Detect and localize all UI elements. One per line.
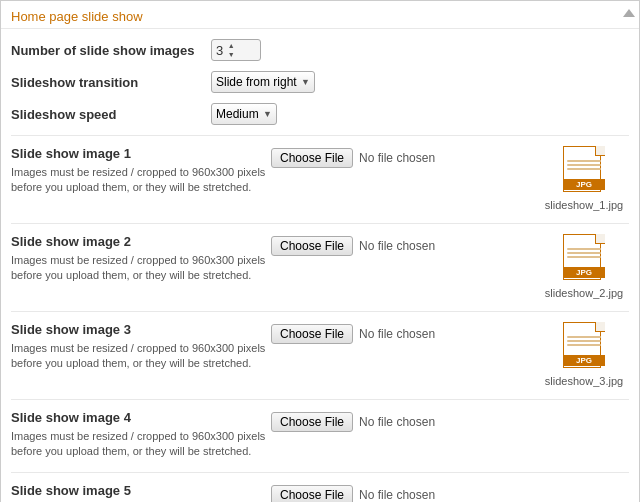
- num-images-control: 3 ▲ ▼: [211, 39, 261, 61]
- icon-line: [567, 164, 601, 166]
- no-file-text-4: No file chosen: [359, 415, 435, 429]
- no-file-text-5: No file chosen: [359, 488, 435, 502]
- num-images-label: Number of slide show images: [11, 43, 211, 58]
- slide-file-1: Choose File No file chosen: [271, 146, 539, 168]
- slide-title-2: Slide show image 2: [11, 234, 271, 249]
- page-wrapper: Home page slide show Number of slide sho…: [0, 0, 640, 502]
- icon-line: [567, 248, 601, 250]
- slide-desc-4: Images must be resized / cropped to 960x…: [11, 429, 271, 460]
- no-file-text-1: No file chosen: [359, 151, 435, 165]
- slide-info-5: Slide show image 5 Images must be resize…: [11, 483, 271, 502]
- icon-fold-inner: [595, 234, 605, 244]
- icon-line: [567, 252, 601, 254]
- choose-file-button-4[interactable]: Choose File: [271, 412, 353, 432]
- transition-label: Slideshow transition: [11, 75, 211, 90]
- icon-label: JPG: [563, 179, 605, 190]
- jpg-icon-3: JPG: [563, 322, 605, 372]
- no-file-text-2: No file chosen: [359, 239, 435, 253]
- slide-info-4: Slide show image 4 Images must be resize…: [11, 410, 271, 460]
- icon-lines: [567, 336, 601, 348]
- speed-select-wrapper[interactable]: Slow Medium Fast ▼: [211, 103, 277, 125]
- num-images-spinners[interactable]: ▲ ▼: [225, 41, 237, 59]
- section-title: Home page slide show: [1, 1, 639, 29]
- speed-row: Slideshow speed Slow Medium Fast ▼: [11, 103, 629, 125]
- speed-control: Slow Medium Fast ▼: [211, 103, 277, 125]
- thumbnail-area-2: JPG slideshow_2.jpg: [539, 234, 629, 299]
- slide-file-3: Choose File No file chosen: [271, 322, 539, 344]
- choose-file-button-5[interactable]: Choose File: [271, 485, 353, 502]
- slide-info-2: Slide show image 2 Images must be resize…: [11, 234, 271, 284]
- icon-line: [567, 336, 601, 338]
- file-name-1: slideshow_1.jpg: [545, 199, 623, 211]
- num-images-up[interactable]: ▲: [225, 41, 237, 50]
- slide-row-4: Slide show image 4 Images must be resize…: [11, 399, 629, 460]
- slide-desc-1: Images must be resized / cropped to 960x…: [11, 165, 271, 196]
- no-file-text-3: No file chosen: [359, 327, 435, 341]
- icon-label: JPG: [563, 355, 605, 366]
- slide-row-3: Slide show image 3 Images must be resize…: [11, 311, 629, 387]
- slide-title-1: Slide show image 1: [11, 146, 271, 161]
- transition-row: Slideshow transition Slide from right Fa…: [11, 71, 629, 93]
- slide-row-5: Slide show image 5 Images must be resize…: [11, 472, 629, 502]
- transition-select[interactable]: Slide from right Fade None: [216, 75, 311, 89]
- transition-control: Slide from right Fade None ▼: [211, 71, 315, 93]
- slide-desc-2: Images must be resized / cropped to 960x…: [11, 253, 271, 284]
- num-images-value: 3: [216, 43, 223, 58]
- choose-file-button-2[interactable]: Choose File: [271, 236, 353, 256]
- jpg-icon-1: JPG: [563, 146, 605, 196]
- icon-fold-inner: [595, 146, 605, 156]
- slide-title-5: Slide show image 5: [11, 483, 271, 498]
- slide-title-3: Slide show image 3: [11, 322, 271, 337]
- icon-label: JPG: [563, 267, 605, 278]
- scroll-up-indicator[interactable]: [623, 9, 635, 17]
- slide-title-4: Slide show image 4: [11, 410, 271, 425]
- icon-line: [567, 256, 601, 258]
- choose-file-button-3[interactable]: Choose File: [271, 324, 353, 344]
- thumbnail-area-3: JPG slideshow_3.jpg: [539, 322, 629, 387]
- slide-file-2: Choose File No file chosen: [271, 234, 539, 256]
- num-images-down[interactable]: ▼: [225, 50, 237, 59]
- file-name-3: slideshow_3.jpg: [545, 375, 623, 387]
- slide-info-3: Slide show image 3 Images must be resize…: [11, 322, 271, 372]
- transition-select-wrapper[interactable]: Slide from right Fade None ▼: [211, 71, 315, 93]
- icon-lines: [567, 248, 601, 260]
- icon-fold-inner: [595, 322, 605, 332]
- choose-file-button-1[interactable]: Choose File: [271, 148, 353, 168]
- slide-info-1: Slide show image 1 Images must be resize…: [11, 146, 271, 196]
- icon-line: [567, 340, 601, 342]
- slide-file-5: Choose File No file chosen: [271, 483, 539, 502]
- slide-desc-3: Images must be resized / cropped to 960x…: [11, 341, 271, 372]
- num-images-row: Number of slide show images 3 ▲ ▼: [11, 39, 629, 61]
- num-images-input-wrapper[interactable]: 3 ▲ ▼: [211, 39, 261, 61]
- icon-lines: [567, 160, 601, 172]
- slides-container: Slide show image 1 Images must be resize…: [11, 135, 629, 502]
- thumbnail-area-1: JPG slideshow_1.jpg: [539, 146, 629, 211]
- file-name-2: slideshow_2.jpg: [545, 287, 623, 299]
- content-area: Number of slide show images 3 ▲ ▼ Slides…: [1, 29, 639, 502]
- speed-label: Slideshow speed: [11, 107, 211, 122]
- slide-row-2: Slide show image 2 Images must be resize…: [11, 223, 629, 299]
- slide-file-4: Choose File No file chosen: [271, 410, 539, 432]
- icon-line: [567, 168, 601, 170]
- jpg-icon-2: JPG: [563, 234, 605, 284]
- slide-row-1: Slide show image 1 Images must be resize…: [11, 135, 629, 211]
- speed-select[interactable]: Slow Medium Fast: [216, 107, 273, 121]
- icon-line: [567, 160, 601, 162]
- icon-line: [567, 344, 601, 346]
